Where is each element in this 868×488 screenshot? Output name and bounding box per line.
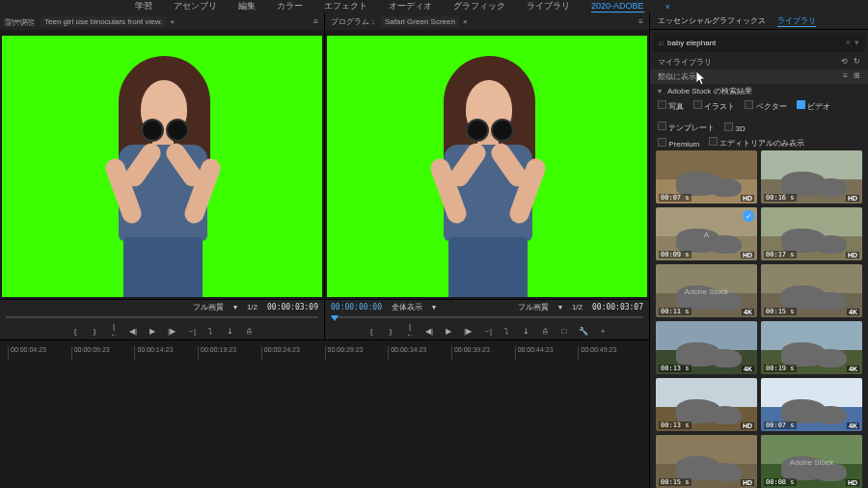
- program-ruler[interactable]: [331, 316, 643, 318]
- stock-thumbnail[interactable]: 00:08 s HD Adobe Stock: [761, 435, 862, 488]
- settings-button[interactable]: 🔧: [579, 327, 588, 336]
- program-sequence-tab[interactable]: Safari Green Screen: [381, 16, 459, 27]
- zoom-level[interactable]: 1/2: [572, 303, 583, 312]
- source-timecode[interactable]: 00:00:03:09: [267, 303, 318, 312]
- step-forward-button[interactable]: |▶: [167, 327, 176, 336]
- stock-thumbnail[interactable]: 00:19 s 4K: [761, 321, 862, 374]
- workspace-tab[interactable]: グラフィック: [453, 0, 505, 13]
- search-input[interactable]: [667, 39, 842, 47]
- view-similar-button[interactable]: 類似に表示: [658, 71, 696, 82]
- timeline-tick[interactable]: 00:00:09:23: [71, 346, 135, 360]
- zoom-level[interactable]: 1/2: [247, 303, 258, 312]
- stock-thumbnail[interactable]: 00:09 s HD A ✓: [656, 207, 757, 260]
- filter-template[interactable]: テンプレート: [658, 122, 715, 133]
- filter-3d[interactable]: 3D: [724, 122, 745, 133]
- stock-thumbnail[interactable]: 00:07 s HD: [656, 150, 757, 203]
- stock-thumbnail[interactable]: 00:15 s 4K: [761, 264, 862, 317]
- tab-essential-graphics[interactable]: エッセンシャルグラフィックス: [658, 15, 766, 26]
- workspace-tab[interactable]: 編集: [238, 0, 256, 13]
- program-playhead-tc[interactable]: 00:00:00:00: [331, 303, 382, 312]
- clear-search-icon[interactable]: ×: [846, 38, 851, 47]
- workspace-tab[interactable]: アセンブリ: [174, 0, 217, 13]
- mark-out-button[interactable]: }: [90, 327, 99, 336]
- source-viewport[interactable]: [0, 30, 324, 299]
- chevron-down-icon[interactable]: ▾: [233, 303, 237, 312]
- workspace-tab[interactable]: ライブラリ: [527, 0, 570, 13]
- export-frame-button[interactable]: ⎙: [244, 327, 254, 336]
- panel-menu-icon[interactable]: ≡: [313, 17, 318, 26]
- close-icon[interactable]: ×: [463, 17, 468, 26]
- sync-icon[interactable]: ⟲: [841, 57, 848, 68]
- timeline-tick[interactable]: 00:00:29:23: [325, 346, 389, 360]
- stock-results-grid[interactable]: 00:07 s HD 00:16 s HD 00:09 s HD A ✓ 00:…: [650, 150, 868, 488]
- my-libraries-dropdown[interactable]: マイライブラリ: [658, 57, 712, 68]
- export-frame-button[interactable]: ⎙: [540, 327, 550, 336]
- display-mode[interactable]: 全体表示: [392, 302, 422, 312]
- timeline-tick[interactable]: 00:00:34:23: [388, 346, 451, 360]
- stock-thumbnail[interactable]: 00:07 s 4K: [761, 378, 862, 431]
- mark-in-button[interactable]: {: [70, 327, 80, 336]
- close-icon[interactable]: ×: [170, 17, 175, 26]
- playhead-icon[interactable]: [331, 315, 339, 321]
- caret-down-icon[interactable]: ▾: [658, 87, 662, 95]
- stock-thumbnail[interactable]: 00:13 s 4K: [656, 321, 757, 374]
- insert-button[interactable]: ⤵: [205, 327, 215, 336]
- grid-view-icon[interactable]: ⊞: [854, 71, 860, 82]
- timeline-tick[interactable]: 00:00:14:23: [134, 346, 198, 360]
- go-to-in-button[interactable]: |←: [405, 322, 415, 339]
- library-search[interactable]: ⌕ × ▾: [653, 33, 865, 52]
- filter-photo[interactable]: 写真: [658, 100, 684, 112]
- mark-out-button[interactable]: }: [386, 327, 395, 336]
- fit-label[interactable]: フル画質: [518, 302, 549, 312]
- chevron-down-icon[interactable]: ▾: [854, 38, 859, 47]
- stock-thumbnail[interactable]: 00:17 s HD: [761, 207, 862, 260]
- tab-library[interactable]: ライブラリ: [777, 15, 816, 27]
- timeline-tick[interactable]: 00:00:19:23: [198, 346, 261, 360]
- timeline-tick[interactable]: 00:00:24:23: [261, 346, 325, 360]
- program-duration-tc[interactable]: 00:00:03:07: [592, 303, 643, 312]
- timeline-tick[interactable]: 00:00:44:23: [515, 346, 579, 360]
- lift-button[interactable]: ⤵: [502, 327, 511, 336]
- filter-premium[interactable]: Premium: [658, 138, 699, 149]
- fit-label[interactable]: フル画質: [193, 302, 224, 312]
- filter-illust[interactable]: イラスト: [693, 100, 735, 112]
- go-to-in-button[interactable]: |←: [109, 322, 119, 339]
- filter-video[interactable]: ビデオ: [797, 100, 830, 112]
- list-view-icon[interactable]: ≡: [843, 71, 848, 82]
- timeline-tick[interactable]: 00:00:04:23: [8, 346, 71, 360]
- extract-button[interactable]: ⤓: [521, 327, 530, 336]
- workspace-tab[interactable]: カラー: [277, 0, 303, 13]
- workspace-tab[interactable]: 学習: [135, 0, 152, 13]
- stock-thumbnail[interactable]: 00:16 s HD: [761, 150, 862, 203]
- workspace-close-icon[interactable]: ×: [665, 2, 670, 12]
- mark-in-button[interactable]: {: [366, 327, 376, 336]
- workspace-tab[interactable]: オーディオ: [389, 0, 432, 13]
- program-viewport[interactable]: [325, 30, 649, 299]
- step-forward-button[interactable]: |▶: [463, 327, 473, 336]
- source-clip-tab[interactable]: Teen girl use binoculars front view.: [41, 16, 166, 27]
- panel-menu-icon[interactable]: ≡: [638, 17, 643, 26]
- stock-thumbnail[interactable]: 00:13 s HD: [656, 378, 757, 431]
- step-back-button[interactable]: ◀|: [424, 327, 434, 336]
- timeline-tick[interactable]: 00:00:49:23: [578, 346, 641, 360]
- source-ruler[interactable]: [6, 316, 318, 318]
- workspace-tab[interactable]: エフェクト: [324, 0, 367, 13]
- filter-editorial[interactable]: エディトリアルのみ表示: [709, 137, 804, 149]
- overwrite-button[interactable]: ⤓: [225, 327, 234, 336]
- workspace-tab-active[interactable]: 2020-ADOBE: [591, 1, 644, 13]
- stock-thumbnail[interactable]: 00:11 s 4K Adobe Stock: [656, 264, 757, 317]
- play-button[interactable]: ▶: [444, 327, 453, 336]
- timeline-ruler[interactable]: 00:00:04:2300:00:09:2300:00:14:2300:00:1…: [8, 346, 641, 360]
- play-button[interactable]: ▶: [148, 327, 157, 336]
- chevron-down-icon[interactable]: ▾: [558, 303, 562, 312]
- refresh-icon[interactable]: ↻: [854, 57, 860, 68]
- step-back-button[interactable]: ◀|: [128, 327, 138, 336]
- go-to-out-button[interactable]: →|: [482, 327, 492, 336]
- comparison-button[interactable]: □: [559, 327, 569, 336]
- go-to-out-button[interactable]: →|: [186, 327, 196, 336]
- timeline-tick[interactable]: 00:00:39:23: [451, 346, 515, 360]
- stock-thumbnail[interactable]: 00:15 s HD: [656, 435, 757, 488]
- timeline-panel[interactable]: 00:00:04:2300:00:09:2300:00:14:2300:00:1…: [0, 340, 649, 488]
- chevron-down-icon[interactable]: ▾: [432, 303, 436, 312]
- button-editor[interactable]: +: [598, 327, 608, 336]
